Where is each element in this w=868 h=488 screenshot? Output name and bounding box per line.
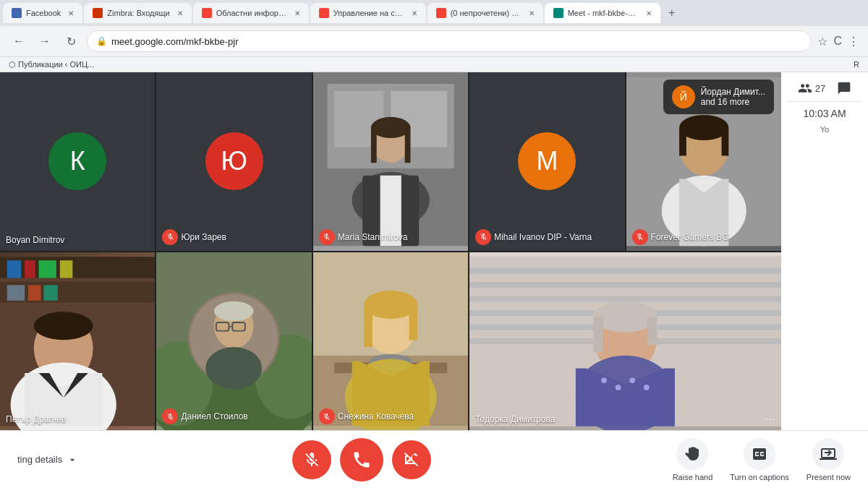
mute-button[interactable] xyxy=(292,440,331,479)
svg-rect-64 xyxy=(647,316,658,344)
svg-rect-63 xyxy=(594,316,604,351)
url-text: meet.google.com/mkf-bkbe-pjr xyxy=(111,36,239,47)
svg-rect-50 xyxy=(364,304,373,346)
name-text-daniel: Даниел Стоилов xyxy=(181,411,247,421)
tab-bar: Facebook ✕ Zimbra: Входящи ✕ Областни ин… xyxy=(0,0,868,26)
avatar-k: К xyxy=(48,132,106,190)
user-initial: Yo xyxy=(820,125,829,134)
tab-facebook[interactable]: Facebook ✕ xyxy=(3,3,82,23)
tab-abbonement[interactable]: (0 непрочетени) - Абб... ✕ xyxy=(427,3,543,23)
name-text-forever: Forever Gamers BG xyxy=(651,232,729,242)
mute-icon-maria xyxy=(319,229,335,245)
chat-button[interactable] xyxy=(837,81,851,95)
video-button[interactable] xyxy=(392,440,431,479)
svg-rect-6 xyxy=(371,127,377,163)
avatar-yu: Ю xyxy=(205,132,263,190)
name-text-peter: Петър Драгнев xyxy=(6,414,66,424)
end-call-button[interactable] xyxy=(340,438,383,481)
captions-action[interactable]: Turn on captions xyxy=(730,438,789,481)
participant-name-k: Boyan Dimitrov xyxy=(6,235,64,245)
lock-icon: 🔒 xyxy=(96,36,107,46)
name-text-maria: Maria Stanimirova xyxy=(338,232,408,242)
participant-name-m: Mihail Ivanov DIP - Varna xyxy=(475,229,592,245)
tab-upravlenie[interactable]: Управление на съдър... ✕ xyxy=(310,3,426,23)
participant-name-peter: Петър Драгнев xyxy=(6,414,66,424)
svg-rect-7 xyxy=(404,127,410,163)
svg-rect-24 xyxy=(60,260,73,278)
menu-icon[interactable]: ⋮ xyxy=(848,35,859,48)
notif-avatar: Й xyxy=(672,85,695,108)
svg-point-66 xyxy=(601,377,607,383)
bookmark-item[interactable]: ⬡ Публикации ‹ ОИЦ... xyxy=(9,60,94,69)
notification-bubble[interactable]: Й Йордан Димит... and 16 more xyxy=(663,80,774,114)
svg-rect-26 xyxy=(7,285,25,300)
svg-rect-16 xyxy=(721,127,728,155)
meeting-details[interactable]: ting details xyxy=(17,454,119,466)
tab-close-upravlenie[interactable]: ✕ xyxy=(412,9,417,17)
notif-name: Йордан Димит... xyxy=(701,87,765,97)
participant-cell-todorka: ··· Тодорка Димитрова xyxy=(469,252,781,431)
forward-button[interactable]: → xyxy=(35,31,55,51)
toolbar-right: Raise hand Turn on captions Present now xyxy=(605,438,851,481)
video-grid-area: Й Йордан Димит... and 16 more К Boyan Di… xyxy=(0,72,868,430)
mute-icon-yu xyxy=(162,229,178,245)
notif-sub: and 16 more xyxy=(701,97,765,107)
reload-button[interactable]: ↻ xyxy=(61,31,81,51)
video-grid: К Boyan Dimitrov Ю Юри Зарев xyxy=(0,72,781,430)
back-button[interactable]: ← xyxy=(9,31,29,51)
mute-icon-forever xyxy=(632,229,648,245)
svg-rect-22 xyxy=(25,260,35,278)
tab-meet[interactable]: Meet - mkf-bkbe-p... ✕ xyxy=(545,3,660,23)
participant-name-maria: Maria Stanimirova xyxy=(319,229,408,245)
profile-icon[interactable]: C xyxy=(833,35,842,48)
present-icon xyxy=(812,438,844,470)
participant-name-forever: Forever Gamers BG xyxy=(632,229,729,245)
side-panel-controls: 27 xyxy=(787,81,862,102)
browser-chrome: Facebook ✕ Zimbra: Входящи ✕ Областни ин… xyxy=(0,0,868,56)
participant-name-snezh: Снежина Ковачева xyxy=(319,408,414,424)
captions-label: Turn on captions xyxy=(730,473,789,481)
name-text-todorka: Тодорка Димитрова xyxy=(475,414,555,424)
mute-icon-m xyxy=(475,229,491,245)
present-label: Present now xyxy=(807,473,851,481)
participant-cell-yu: Ю Юри Зарев xyxy=(156,72,311,251)
name-text-yu: Юри Зарев xyxy=(181,232,226,242)
svg-rect-51 xyxy=(409,304,417,340)
new-tab-button[interactable]: + xyxy=(662,3,682,23)
bookmark-r[interactable]: R xyxy=(854,60,859,69)
raise-hand-action[interactable]: Raise hand xyxy=(673,438,713,481)
address-bar: ← → ↻ 🔒 meet.google.com/mkf-bkbe-pjr ☆ C… xyxy=(0,26,868,56)
tab-close-oblastni[interactable]: ✕ xyxy=(294,9,300,17)
bookmark-star-icon[interactable]: ☆ xyxy=(817,35,827,48)
raise-hand-icon xyxy=(676,438,708,470)
participant-cell-k: К Boyan Dimitrov xyxy=(0,72,155,251)
participants-count: 27 xyxy=(815,83,825,94)
tab-zimbra[interactable]: Zimbra: Входящи ✕ xyxy=(84,3,191,23)
captions-icon xyxy=(744,438,775,470)
participant-cell-daniel: Даниел Стоилов xyxy=(156,252,311,431)
svg-point-69 xyxy=(644,384,650,390)
present-action[interactable]: Present now xyxy=(807,438,851,481)
bookmarks-bar: ⬡ Публикации ‹ ОИЦ... R xyxy=(0,56,868,72)
participants-button[interactable]: 27 xyxy=(798,81,825,95)
svg-point-68 xyxy=(629,377,635,383)
tab-close-facebook[interactable]: ✕ xyxy=(68,9,74,17)
tab-oblastni[interactable]: Областни информаци... ✕ xyxy=(193,3,309,23)
url-bar[interactable]: 🔒 meet.google.com/mkf-bkbe-pjr xyxy=(87,30,812,52)
toolbar-center xyxy=(119,438,605,481)
tab-close-meet[interactable]: ✕ xyxy=(646,9,652,17)
notif-text: Йордан Димит... and 16 more xyxy=(701,87,765,107)
participant-cell-maria: Maria Stanimirova xyxy=(313,72,468,251)
tab-close-zimbra[interactable]: ✕ xyxy=(177,9,183,17)
mute-icon-snezh xyxy=(319,408,335,424)
name-text-m: Mihail Ivanov DIP - Varna xyxy=(494,232,592,242)
three-dots-todorka: ··· xyxy=(765,413,775,424)
participant-cell-snezh: Снежина Ковачева xyxy=(313,252,468,431)
tab-close-abbonement[interactable]: ✕ xyxy=(529,9,535,17)
meeting-details-text: ting details xyxy=(17,454,62,465)
name-text-snezh: Снежина Ковачева xyxy=(338,411,414,421)
svg-rect-15 xyxy=(679,127,686,155)
svg-point-67 xyxy=(616,384,621,390)
svg-point-30 xyxy=(34,312,93,340)
svg-rect-28 xyxy=(43,285,57,300)
